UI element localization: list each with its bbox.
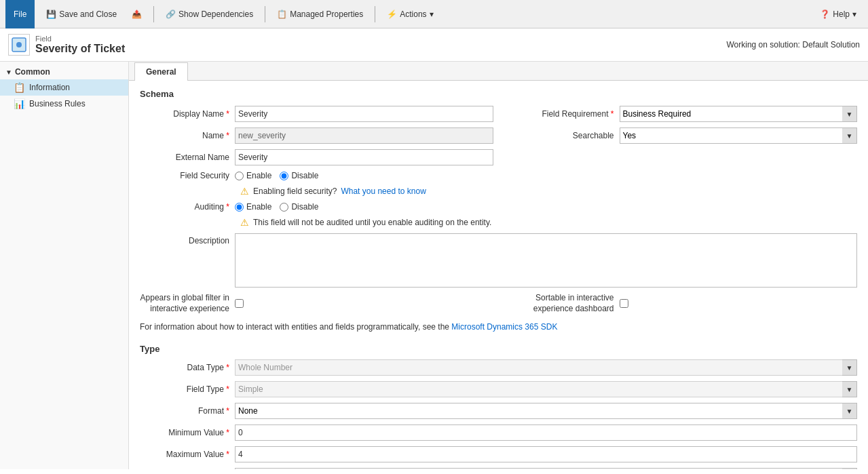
managed-icon: 📋 [277,9,287,19]
show-dependencies-button[interactable]: 🔗 Show Dependencies [159,6,259,22]
max-value-input[interactable] [235,446,857,462]
field-type-row: Field Type * Simple ▼ [140,381,857,397]
field-security-warning: ⚠ Enabling field security? What you need… [240,186,857,197]
schema-section-title: Schema [140,89,857,99]
field-security-disable-radio[interactable] [280,172,288,180]
global-filter-checkbox-group [235,299,244,308]
display-name-input[interactable] [235,106,493,122]
name-row: Name * Searchable Yes No ▼ [140,127,857,144]
solution-info: Working on solution: Default Solution [726,40,860,50]
field-requirement-select-wrapper: Business Required Optional Business Reco… [620,106,858,122]
external-name-row: External Name [140,149,857,165]
information-icon: 📋 [14,82,25,93]
main-layout: ▼ Common 📋 Information 📊 Business Rules … [0,62,868,469]
min-value-row: Minimum Value * [140,424,857,441]
data-type-select-wrapper: Whole Number ▼ [235,359,857,376]
data-type-select[interactable]: Whole Number [235,359,857,376]
auditing-disable-item[interactable]: Disable [280,202,318,212]
ime-mode-select[interactable]: auto active inactive disabled [235,468,857,469]
external-name-input[interactable] [235,149,493,165]
global-filter-checkbox[interactable] [235,299,244,308]
data-type-required-star: * [226,363,229,372]
toolbar: File 💾 Save and Close 📤 🔗 Show Dependenc… [0,0,868,28]
tab-general[interactable]: General [134,62,188,81]
save-close-button[interactable]: 💾 Save and Close [40,6,123,22]
field-type-group: Field Type * Simple ▼ [140,381,857,397]
auditing-row: Auditing * Enable Disable [140,202,857,212]
field-security-row: Field Security Enable Disable [140,171,857,180]
format-select-wrapper: None Duration Time Zone Language ▼ [235,403,857,419]
sortable-checkbox[interactable] [620,299,628,308]
sdk-link[interactable]: Microsoft Dynamics 365 SDK [451,322,557,332]
header: Field Severity of Ticket Working on solu… [0,28,868,62]
warning-icon-auditing: ⚠ [240,217,249,228]
business-rules-icon: 📊 [14,98,25,109]
searchable-label: Searchable [504,131,620,140]
auditing-label: Auditing * [140,202,235,212]
field-requirement-group: Field Requirement * Business Required Op… [504,106,858,122]
actions-icon: ⚡ [387,9,397,19]
type-section-title: Type [140,344,857,354]
external-name-group: External Name [140,149,493,165]
field-requirement-select[interactable]: Business Required Optional Business Reco… [620,106,858,122]
global-filter-label: Appears in global filter ininteractive e… [140,293,235,314]
publish-icon: 📤 [132,9,142,19]
name-input[interactable] [235,127,493,144]
field-type-select[interactable]: Simple [235,381,857,397]
actions-button[interactable]: ⚡ Actions ▾ [381,6,439,22]
max-value-group: Maximum Value * [140,446,857,462]
auditing-required-star: * [226,202,229,212]
toolbar-separator-3 [375,6,375,22]
name-label: Name * [140,131,235,140]
field-requirement-required-star: * [611,109,614,119]
field-title: Field Severity of Ticket [35,35,125,55]
header-left: Field Severity of Ticket [8,34,125,56]
toolbar-separator-1 [153,6,154,22]
save-icon: 💾 [46,9,56,19]
searchable-select[interactable]: Yes No [620,127,858,144]
format-group: Format * None Duration Time Zone Languag… [140,403,857,419]
description-label: Description [140,233,235,245]
name-required-star: * [226,131,229,140]
sortable-checkbox-group [620,299,628,308]
field-label: Field [35,35,125,43]
sidebar-item-business-rules[interactable]: 📊 Business Rules [0,96,128,112]
format-required-star: * [226,406,229,416]
format-select[interactable]: None Duration Time Zone Language [235,403,857,419]
help-button[interactable]: ❓ Help ▾ [814,6,863,22]
description-textarea[interactable] [235,233,857,288]
field-security-disable-item[interactable]: Disable [280,171,318,180]
field-requirement-label: Field Requirement * [504,109,620,119]
help-icon: ❓ [820,9,830,19]
sidebar-item-information-label: Information [29,83,70,92]
publish-button[interactable]: 📤 [126,6,148,22]
field-type-select-wrapper: Simple ▼ [235,381,857,397]
display-name-label: Display Name * [140,109,235,119]
min-value-required-star: * [226,428,229,437]
filter-sortable-row: Appears in global filter ininteractive e… [140,293,857,314]
auditing-enable-radio[interactable] [235,203,244,212]
max-value-row: Maximum Value * [140,446,857,462]
ime-mode-row: IME Mode * auto active inactive disabled… [140,468,857,469]
file-button[interactable]: File [5,0,35,28]
field-security-enable-radio[interactable] [235,172,244,180]
auditing-enable-item[interactable]: Enable [235,202,271,212]
sortable-group: Sortable in interactiveexperience dashbo… [504,293,858,314]
min-value-input[interactable] [235,424,857,441]
min-value-group: Minimum Value * [140,424,857,441]
auditing-disable-radio[interactable] [280,203,288,212]
data-type-row: Data Type * Whole Number ▼ [140,359,857,376]
searchable-group: Searchable Yes No ▼ [504,127,858,144]
managed-properties-button[interactable]: 📋 Managed Properties [271,6,369,22]
format-row: Format * None Duration Time Zone Languag… [140,403,857,419]
field-security-label: Field Security [140,171,235,180]
auditing-radio-group: Enable Disable [235,202,857,212]
field-security-enable-item[interactable]: Enable [235,171,271,180]
field-security-link[interactable]: What you need to know [341,186,426,196]
display-name-required-star: * [226,109,229,119]
sidebar-item-information[interactable]: 📋 Information [0,79,128,96]
sidebar-group-common[interactable]: ▼ Common [0,64,128,79]
description-row: Description [140,233,857,288]
field-name-heading: Severity of Ticket [35,43,125,55]
tabs-bar: General [129,62,868,81]
